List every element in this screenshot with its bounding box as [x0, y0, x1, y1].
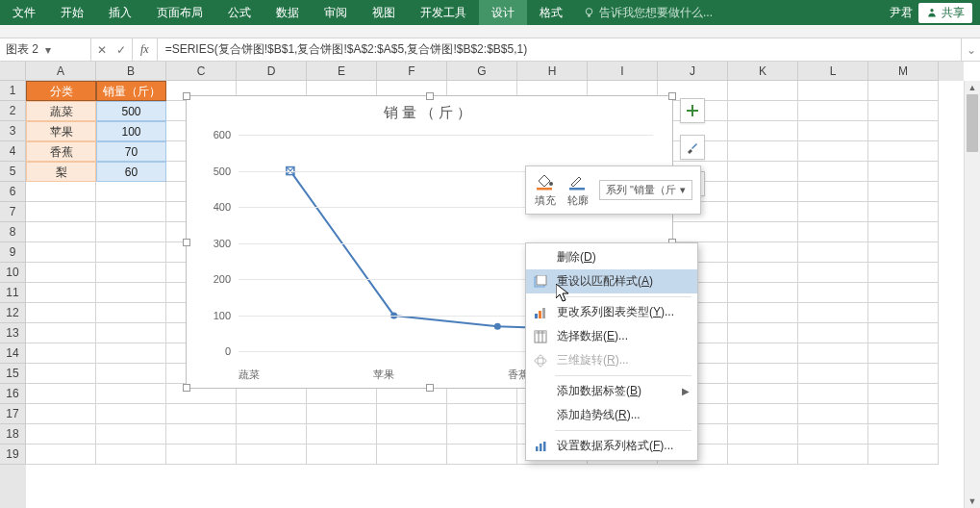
cell-A13[interactable]: [26, 323, 96, 343]
menu-item[interactable]: 更改系列图表类型(Y)...: [526, 300, 697, 324]
cell-K5[interactable]: [728, 162, 798, 182]
cell-M12[interactable]: [868, 303, 939, 323]
column-header-E[interactable]: E: [307, 62, 377, 81]
menu-item[interactable]: 选择数据(E)...: [526, 324, 697, 348]
row-header-13[interactable]: 13: [0, 323, 26, 343]
cell-L15[interactable]: [798, 364, 868, 384]
cell-M15[interactable]: [868, 364, 939, 384]
row-header-3[interactable]: 3: [0, 121, 26, 141]
column-header-C[interactable]: C: [166, 62, 237, 81]
cell-K3[interactable]: [728, 121, 798, 141]
cell-B7[interactable]: [96, 202, 166, 222]
column-header-A[interactable]: A: [26, 62, 96, 81]
cell-D17[interactable]: [237, 404, 307, 424]
cell-L14[interactable]: [798, 343, 868, 364]
cell-F19[interactable]: [377, 444, 447, 465]
column-header-F[interactable]: F: [377, 62, 447, 81]
cancel-icon[interactable]: ✕: [97, 43, 107, 57]
row-header-10[interactable]: 10: [0, 263, 26, 283]
column-header-J[interactable]: J: [658, 62, 728, 81]
chart-resize-handle[interactable]: [183, 239, 190, 246]
cell-L7[interactable]: [798, 202, 868, 222]
row-header-17[interactable]: 17: [0, 404, 26, 424]
cell-M13[interactable]: [868, 323, 939, 343]
chart-resize-handle[interactable]: [668, 92, 676, 100]
cell-B6[interactable]: [96, 182, 166, 202]
cell-F17[interactable]: [377, 404, 447, 424]
chart-resize-handle[interactable]: [426, 92, 434, 100]
cell-K17[interactable]: [728, 404, 798, 424]
cell-B13[interactable]: [96, 323, 166, 343]
cell-B16[interactable]: [96, 384, 166, 404]
cell-B11[interactable]: [96, 283, 166, 303]
cell-L19[interactable]: [798, 444, 868, 465]
row-header-8[interactable]: 8: [0, 222, 26, 242]
cell-E18[interactable]: [307, 424, 377, 444]
scroll-down-arrow-icon[interactable]: ▼: [965, 495, 980, 508]
tab-file[interactable]: 文件: [0, 0, 48, 25]
cell-L1[interactable]: [798, 81, 868, 101]
row-header-19[interactable]: 19: [0, 444, 26, 465]
cell-C18[interactable]: [166, 424, 237, 444]
cell-A14[interactable]: [26, 343, 96, 364]
cell-L16[interactable]: [798, 384, 868, 404]
row-header-15[interactable]: 15: [0, 364, 26, 384]
cell-K15[interactable]: [728, 364, 798, 384]
cell-A19[interactable]: [26, 444, 96, 465]
cell-B10[interactable]: [96, 263, 166, 283]
cell-D18[interactable]: [237, 424, 307, 444]
cell-L13[interactable]: [798, 323, 868, 343]
cell-C17[interactable]: [166, 404, 237, 424]
cell-M16[interactable]: [868, 384, 939, 404]
formula-input[interactable]: =SERIES(复合饼图!$B$1,复合饼图!$A$2:$A$5,复合饼图!$B…: [158, 41, 961, 58]
tab-home[interactable]: 开始: [48, 0, 96, 25]
cell-K13[interactable]: [728, 323, 798, 343]
cell-B9[interactable]: [96, 242, 166, 263]
cell-A11[interactable]: [26, 283, 96, 303]
column-header-H[interactable]: H: [517, 62, 588, 81]
tab-design[interactable]: 设计: [479, 0, 527, 25]
cell-A2[interactable]: 蔬菜: [26, 101, 96, 121]
row-header-6[interactable]: 6: [0, 182, 26, 202]
cell-M18[interactable]: [868, 424, 939, 444]
chart-styles-button[interactable]: [680, 135, 705, 160]
cell-L17[interactable]: [798, 404, 868, 424]
column-header-G[interactable]: G: [447, 62, 517, 81]
column-header-D[interactable]: D: [237, 62, 307, 81]
tab-formulas[interactable]: 公式: [215, 0, 264, 25]
menu-item[interactable]: 添加趋势线(R)...: [526, 403, 697, 427]
chart-title[interactable]: 销量（斤）: [187, 96, 672, 126]
tab-review[interactable]: 审阅: [312, 0, 360, 25]
chart-elements-button[interactable]: [680, 98, 705, 123]
tab-format[interactable]: 格式: [527, 0, 575, 25]
select-all-corner[interactable]: [0, 62, 26, 81]
cell-M10[interactable]: [868, 263, 939, 283]
fx-button[interactable]: fx: [133, 38, 158, 61]
cell-K16[interactable]: [728, 384, 798, 404]
fill-button[interactable]: 填充: [534, 172, 557, 208]
cell-A5[interactable]: 梨: [26, 162, 96, 182]
cell-M17[interactable]: [868, 404, 939, 424]
cell-A4[interactable]: 香蕉: [26, 141, 96, 162]
cell-A8[interactable]: [26, 222, 96, 242]
cell-K9[interactable]: [728, 242, 798, 263]
row-header-5[interactable]: 5: [0, 162, 26, 182]
menu-item[interactable]: 删除(D): [526, 245, 697, 269]
cell-B1[interactable]: 销量（斤）: [96, 81, 166, 101]
cell-M3[interactable]: [868, 121, 939, 141]
vertical-scrollbar[interactable]: ▲ ▼: [964, 81, 980, 508]
formula-bar-expand-icon[interactable]: ⌄: [961, 38, 980, 61]
menu-item[interactable]: 重设以匹配样式(A): [526, 269, 697, 293]
user-name[interactable]: 尹君: [890, 5, 913, 21]
tab-insert[interactable]: 插入: [96, 0, 144, 25]
cell-G19[interactable]: [447, 444, 517, 465]
cell-M19[interactable]: [868, 444, 939, 465]
cell-L12[interactable]: [798, 303, 868, 323]
cell-B8[interactable]: [96, 222, 166, 242]
row-header-11[interactable]: 11: [0, 283, 26, 303]
cell-A10[interactable]: [26, 263, 96, 283]
cell-K14[interactable]: [728, 343, 798, 364]
cell-M7[interactable]: [868, 202, 939, 222]
cell-K12[interactable]: [728, 303, 798, 323]
scrollbar-thumb[interactable]: [967, 94, 978, 152]
